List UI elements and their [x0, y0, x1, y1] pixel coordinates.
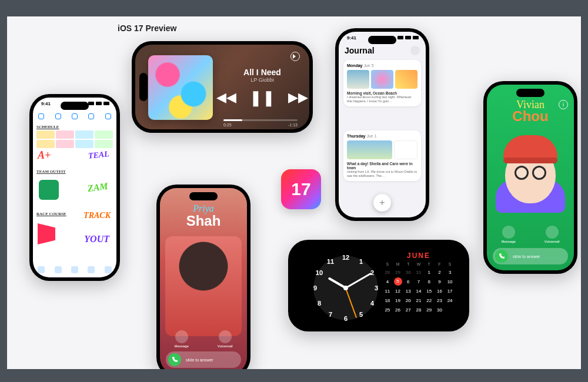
entry-title: Morning visit, Ocean Beach — [347, 91, 397, 95]
calendar-widget: JUNE SMTWTFS 282930311234567891011121314… — [382, 252, 455, 314]
entry-body: I dreamed about surfing last night. When… — [347, 95, 417, 103]
page-title: iOS 17 Preview — [118, 24, 176, 33]
ios17-logo: 17 — [281, 169, 321, 209]
journal-title: Journal — [345, 46, 375, 55]
analog-clock: 121234567891011 — [308, 250, 383, 326]
phone-contact-poster-vivian: i Vivian Chou Message Voicemail — [483, 81, 577, 274]
sticker-aplus: A+ — [38, 149, 51, 162]
album-art — [148, 55, 213, 120]
status-time: 9:41 — [41, 101, 51, 106]
slide-to-answer[interactable]: slide to answer — [166, 351, 241, 368]
status-icons — [397, 36, 419, 39]
sticker-yout: YOUT — [84, 234, 109, 244]
caller-last-name: Shah — [160, 213, 247, 229]
voicemail-button[interactable]: Voicemail — [218, 330, 233, 348]
sticker-zam: ZAM — [87, 181, 109, 195]
freeform-bottom-toolbar — [33, 264, 116, 275]
phone-standby-clock: 121234567891011 JUNE SMTWTFS 28293031123… — [288, 240, 469, 331]
dynamic-island — [139, 73, 148, 101]
dynamic-island — [296, 272, 304, 300]
sticker-foamfinger — [38, 223, 55, 244]
add-entry-button[interactable]: + — [373, 194, 391, 212]
journal-entry[interactable]: Monday Jun 5 Morning visit, Ocean Beach … — [343, 60, 421, 106]
calendar-month: JUNE — [382, 252, 455, 260]
status-time: 9:41 — [347, 35, 356, 41]
journal-entry[interactable]: Thursday Jun 1 What a day! Sheila and Ca… — [343, 130, 421, 181]
preview-hero: iOS 17 Preview 9:41 SCHEDULE A+ TEAL TEA… — [7, 16, 581, 369]
dynamic-island — [61, 102, 89, 110]
phone-freeform: 9:41 SCHEDULE A+ TEAL TEAM OUTFIT ZAM RA… — [29, 94, 120, 281]
message-button[interactable]: Message — [174, 330, 188, 348]
track-title: All I Need — [243, 68, 281, 77]
time-remaining: -1:13 — [288, 123, 298, 127]
freeform-toolbar — [33, 110, 116, 122]
status-icons — [88, 102, 109, 105]
entry-body: visiting from LA. We drove out to Mount … — [347, 170, 417, 177]
caller-memoji — [496, 130, 565, 213]
caller-photo — [165, 236, 242, 336]
dynamic-island — [368, 36, 396, 44]
phone-journal: 9:41 Journal Monday Jun 5 Morning visit,… — [335, 28, 429, 221]
dynamic-island — [189, 192, 218, 200]
freeform-heading: SCHEDULE — [36, 125, 113, 129]
phone-standby-music: All I Need LP Giobbi ◀◀ ❚❚ ▶▶ 0:25 -1:13 — [132, 41, 313, 133]
sticker-dino — [39, 180, 59, 200]
caller-last-name: Chou — [487, 108, 574, 125]
sticker-track: TRACK — [82, 210, 112, 221]
freeform-heading: TEAM OUTFIT — [36, 169, 113, 174]
pause-button[interactable]: ❚❚ — [249, 89, 275, 107]
progress-bar[interactable] — [223, 119, 298, 121]
slide-to-answer[interactable]: slide to answer — [493, 248, 568, 264]
dynamic-island — [516, 89, 544, 97]
message-button[interactable]: Message — [501, 226, 515, 243]
forward-button[interactable]: ▶▶ — [288, 90, 308, 105]
entry-title: What a day! Sheila and Caro were in town — [347, 162, 413, 170]
answer-icon[interactable] — [495, 250, 508, 263]
phone-contact-poster-priya: Priya Shah Message Voicemail slide to an… — [156, 185, 250, 369]
filter-icon[interactable] — [410, 46, 420, 55]
time-elapsed: 0:25 — [223, 123, 232, 127]
sticker-teal: TEAL — [88, 149, 109, 161]
rewind-button[interactable]: ◀◀ — [216, 90, 236, 105]
voicemail-button[interactable]: Voicemail — [544, 226, 560, 243]
answer-icon[interactable] — [168, 353, 181, 366]
track-artist: LP Giobbi — [250, 77, 273, 83]
